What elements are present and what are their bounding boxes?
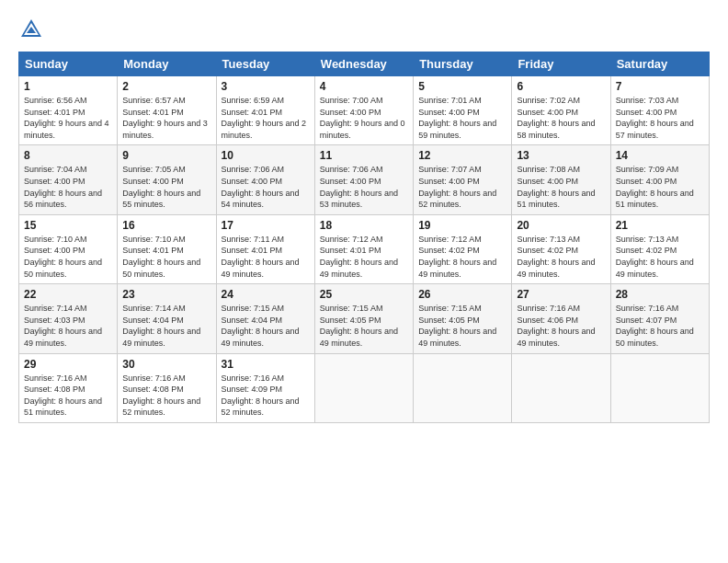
calendar-cell: 14 Sunrise: 7:09 AM Sunset: 4:00 PM Dayl… xyxy=(610,145,709,214)
day-info: Sunrise: 6:56 AM Sunset: 4:01 PM Dayligh… xyxy=(24,95,112,141)
calendar-cell: 28 Sunrise: 7:16 AM Sunset: 4:07 PM Dayl… xyxy=(610,284,709,353)
calendar-cell: 23 Sunrise: 7:14 AM Sunset: 4:04 PM Dayl… xyxy=(118,284,216,353)
day-info: Sunrise: 7:04 AM Sunset: 4:00 PM Dayligh… xyxy=(24,164,112,210)
day-number: 21 xyxy=(616,219,704,232)
day-number: 19 xyxy=(418,219,506,232)
calendar-cell: 4 Sunrise: 7:00 AM Sunset: 4:00 PM Dayli… xyxy=(314,76,413,145)
day-number: 17 xyxy=(222,219,310,232)
calendar-week-1: 1 Sunrise: 6:56 AM Sunset: 4:01 PM Dayli… xyxy=(19,76,710,145)
day-number: 25 xyxy=(320,288,408,301)
weekday-header-thursday: Thursday xyxy=(414,52,512,76)
calendar-cell: 31 Sunrise: 7:16 AM Sunset: 4:09 PM Dayl… xyxy=(216,353,314,422)
day-info: Sunrise: 7:07 AM Sunset: 4:00 PM Dayligh… xyxy=(418,164,506,210)
day-info: Sunrise: 7:15 AM Sunset: 4:05 PM Dayligh… xyxy=(418,303,506,349)
day-number: 1 xyxy=(24,80,112,93)
calendar-cell xyxy=(414,353,512,422)
calendar-week-4: 22 Sunrise: 7:14 AM Sunset: 4:03 PM Dayl… xyxy=(19,284,710,353)
day-number: 2 xyxy=(122,80,210,93)
day-info: Sunrise: 7:10 AM Sunset: 4:00 PM Dayligh… xyxy=(24,234,112,280)
day-info: Sunrise: 7:13 AM Sunset: 4:02 PM Dayligh… xyxy=(616,234,704,280)
calendar-cell: 11 Sunrise: 7:06 AM Sunset: 4:00 PM Dayl… xyxy=(314,145,413,214)
day-number: 15 xyxy=(24,219,112,232)
calendar-cell: 19 Sunrise: 7:12 AM Sunset: 4:02 PM Dayl… xyxy=(414,214,512,283)
day-info: Sunrise: 7:12 AM Sunset: 4:02 PM Dayligh… xyxy=(418,234,506,280)
weekday-header-tuesday: Tuesday xyxy=(216,52,314,76)
calendar-week-3: 15 Sunrise: 7:10 AM Sunset: 4:00 PM Dayl… xyxy=(19,214,710,283)
weekday-header-sunday: Sunday xyxy=(19,52,118,76)
weekday-header-row: SundayMondayTuesdayWednesdayThursdayFrid… xyxy=(19,52,710,76)
calendar-cell: 30 Sunrise: 7:16 AM Sunset: 4:08 PM Dayl… xyxy=(118,353,216,422)
day-number: 9 xyxy=(122,149,210,162)
day-number: 26 xyxy=(418,288,506,301)
weekday-header-saturday: Saturday xyxy=(610,52,709,76)
day-info: Sunrise: 7:01 AM Sunset: 4:00 PM Dayligh… xyxy=(418,95,506,141)
calendar-cell: 16 Sunrise: 7:10 AM Sunset: 4:01 PM Dayl… xyxy=(118,214,216,283)
day-info: Sunrise: 6:57 AM Sunset: 4:01 PM Dayligh… xyxy=(122,95,210,141)
day-info: Sunrise: 7:15 AM Sunset: 4:05 PM Dayligh… xyxy=(320,303,408,349)
calendar-cell: 9 Sunrise: 7:05 AM Sunset: 4:00 PM Dayli… xyxy=(118,145,216,214)
day-info: Sunrise: 7:13 AM Sunset: 4:02 PM Dayligh… xyxy=(517,234,605,280)
day-number: 7 xyxy=(616,80,704,93)
logo xyxy=(18,17,48,42)
day-number: 13 xyxy=(517,149,605,162)
day-info: Sunrise: 7:14 AM Sunset: 4:04 PM Dayligh… xyxy=(122,303,210,349)
weekday-header-wednesday: Wednesday xyxy=(314,52,413,76)
day-number: 20 xyxy=(517,219,605,232)
calendar-cell: 1 Sunrise: 6:56 AM Sunset: 4:01 PM Dayli… xyxy=(19,76,118,145)
calendar-cell: 24 Sunrise: 7:15 AM Sunset: 4:04 PM Dayl… xyxy=(216,284,314,353)
calendar-cell: 26 Sunrise: 7:15 AM Sunset: 4:05 PM Dayl… xyxy=(414,284,512,353)
calendar-cell: 5 Sunrise: 7:01 AM Sunset: 4:00 PM Dayli… xyxy=(414,76,512,145)
calendar-cell: 15 Sunrise: 7:10 AM Sunset: 4:00 PM Dayl… xyxy=(19,214,118,283)
day-info: Sunrise: 7:10 AM Sunset: 4:01 PM Dayligh… xyxy=(122,234,210,280)
day-number: 22 xyxy=(24,288,112,301)
calendar-cell: 17 Sunrise: 7:11 AM Sunset: 4:01 PM Dayl… xyxy=(216,214,314,283)
weekday-header-friday: Friday xyxy=(512,52,610,76)
calendar-cell: 6 Sunrise: 7:02 AM Sunset: 4:00 PM Dayli… xyxy=(512,76,610,145)
calendar-cell xyxy=(512,353,610,422)
day-info: Sunrise: 7:02 AM Sunset: 4:00 PM Dayligh… xyxy=(517,95,605,141)
calendar-cell: 20 Sunrise: 7:13 AM Sunset: 4:02 PM Dayl… xyxy=(512,214,610,283)
day-info: Sunrise: 7:05 AM Sunset: 4:00 PM Dayligh… xyxy=(122,164,210,210)
calendar-cell: 8 Sunrise: 7:04 AM Sunset: 4:00 PM Dayli… xyxy=(19,145,118,214)
day-number: 5 xyxy=(418,80,506,93)
day-number: 28 xyxy=(616,288,704,301)
page: SundayMondayTuesdayWednesdayThursdayFrid… xyxy=(0,0,728,563)
day-number: 23 xyxy=(122,288,210,301)
header xyxy=(18,17,710,42)
day-info: Sunrise: 7:16 AM Sunset: 4:09 PM Dayligh… xyxy=(222,373,310,419)
day-info: Sunrise: 7:11 AM Sunset: 4:01 PM Dayligh… xyxy=(222,234,310,280)
day-number: 8 xyxy=(24,149,112,162)
calendar-cell: 29 Sunrise: 7:16 AM Sunset: 4:08 PM Dayl… xyxy=(19,353,118,422)
day-info: Sunrise: 7:12 AM Sunset: 4:01 PM Dayligh… xyxy=(320,234,408,280)
calendar-cell xyxy=(314,353,413,422)
day-number: 30 xyxy=(122,358,210,371)
calendar-cell: 18 Sunrise: 7:12 AM Sunset: 4:01 PM Dayl… xyxy=(314,214,413,283)
day-number: 12 xyxy=(418,149,506,162)
day-number: 11 xyxy=(320,149,408,162)
calendar-cell xyxy=(610,353,709,422)
weekday-header-monday: Monday xyxy=(118,52,216,76)
day-number: 14 xyxy=(616,149,704,162)
calendar-cell: 7 Sunrise: 7:03 AM Sunset: 4:00 PM Dayli… xyxy=(610,76,709,145)
calendar-cell: 21 Sunrise: 7:13 AM Sunset: 4:02 PM Dayl… xyxy=(610,214,709,283)
calendar-cell: 27 Sunrise: 7:16 AM Sunset: 4:06 PM Dayl… xyxy=(512,284,610,353)
day-number: 10 xyxy=(222,149,310,162)
day-number: 6 xyxy=(517,80,605,93)
day-info: Sunrise: 6:59 AM Sunset: 4:01 PM Dayligh… xyxy=(222,95,310,141)
calendar-cell: 12 Sunrise: 7:07 AM Sunset: 4:00 PM Dayl… xyxy=(414,145,512,214)
day-info: Sunrise: 7:03 AM Sunset: 4:00 PM Dayligh… xyxy=(616,95,704,141)
day-info: Sunrise: 7:16 AM Sunset: 4:08 PM Dayligh… xyxy=(24,373,112,419)
calendar-cell: 13 Sunrise: 7:08 AM Sunset: 4:00 PM Dayl… xyxy=(512,145,610,214)
calendar-cell: 10 Sunrise: 7:06 AM Sunset: 4:00 PM Dayl… xyxy=(216,145,314,214)
day-info: Sunrise: 7:08 AM Sunset: 4:00 PM Dayligh… xyxy=(517,164,605,210)
calendar-week-2: 8 Sunrise: 7:04 AM Sunset: 4:00 PM Dayli… xyxy=(19,145,710,214)
calendar-cell: 3 Sunrise: 6:59 AM Sunset: 4:01 PM Dayli… xyxy=(216,76,314,145)
day-number: 3 xyxy=(222,80,310,93)
day-info: Sunrise: 7:16 AM Sunset: 4:07 PM Dayligh… xyxy=(616,303,704,349)
day-number: 24 xyxy=(222,288,310,301)
day-info: Sunrise: 7:06 AM Sunset: 4:00 PM Dayligh… xyxy=(320,164,408,210)
calendar-cell: 22 Sunrise: 7:14 AM Sunset: 4:03 PM Dayl… xyxy=(19,284,118,353)
calendar-cell: 25 Sunrise: 7:15 AM Sunset: 4:05 PM Dayl… xyxy=(314,284,413,353)
day-info: Sunrise: 7:14 AM Sunset: 4:03 PM Dayligh… xyxy=(24,303,112,349)
day-info: Sunrise: 7:09 AM Sunset: 4:00 PM Dayligh… xyxy=(616,164,704,210)
